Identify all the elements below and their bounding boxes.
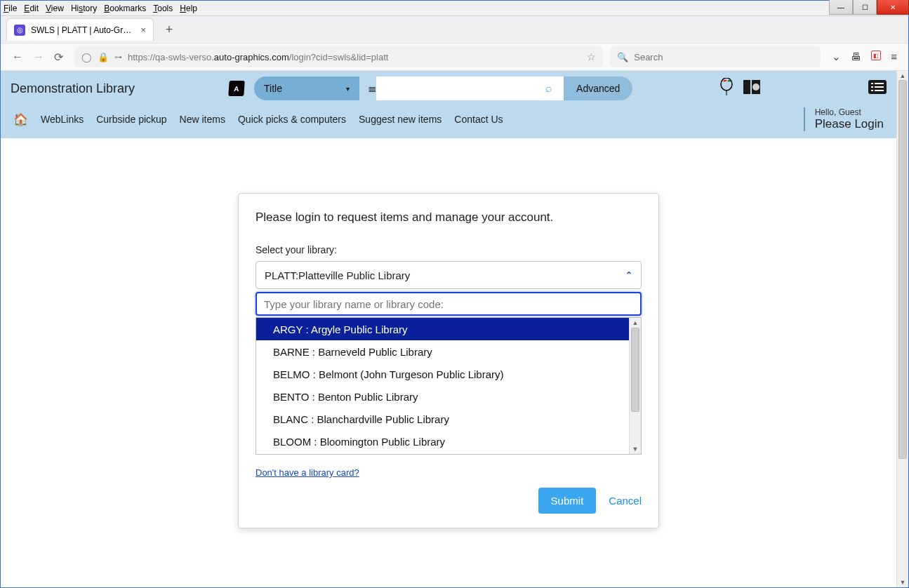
svg-rect-1 [743, 80, 750, 94]
browser-search-box[interactable]: 🔍 Search [610, 46, 821, 67]
page-scrollbar[interactable]: ▲ ▼ [896, 71, 908, 587]
library-option[interactable]: ARGY : Argyle Public Library [256, 318, 629, 340]
nav-quick-picks[interactable]: Quick picks & computers [238, 114, 346, 125]
browser-search-placeholder: Search [634, 52, 663, 62]
back-button[interactable]: ← [12, 51, 23, 64]
cancel-button[interactable]: Cancel [609, 495, 642, 507]
nav-suggest[interactable]: Suggest new items [359, 114, 442, 125]
library-option[interactable]: BLOOM : Bloomington Public Library [256, 430, 629, 453]
library-option[interactable]: BLANC : Blanchardville Public Library [256, 408, 629, 430]
tab-close-icon[interactable]: × [140, 25, 146, 35]
library-nav: 🏠 WebLinks Curbside pickup New items Qui… [11, 100, 887, 137]
library-selected-value: PLATT:Platteville Public Library [265, 269, 410, 281]
nav-weblinks[interactable]: WebLinks [41, 114, 84, 125]
library-select[interactable]: PLATT:Platteville Public Library ⌃ [256, 261, 642, 289]
reload-button[interactable]: ⟳ [54, 51, 63, 64]
login-card: Please login to request items and manage… [238, 193, 659, 528]
library-name: Demonstration Library [11, 81, 219, 96]
tab-strip: ◎ SWLS | PLATT | Auto-Graphics In × + [1, 16, 908, 43]
browser-toolbar: ← → ⟳ ◯ 🔒 ⊶ https://qa-swls-verso.auto-g… [1, 43, 908, 71]
new-tab-button[interactable]: + [159, 20, 179, 39]
os-menubar: File Edit View History Bookmarks Tools H… [1, 1, 908, 16]
nav-new-items[interactable]: New items [180, 114, 225, 125]
no-card-link[interactable]: Don't have a library card? [256, 467, 359, 478]
user-panel: Hello, Guest Please Login [804, 107, 884, 131]
search-icon: 🔍 [617, 52, 628, 62]
database-icon[interactable]: ≣ [364, 76, 376, 100]
maximize-button[interactable]: ☐ [853, 0, 877, 15]
page-scroll-thumb[interactable] [898, 80, 907, 459]
svg-rect-8 [875, 86, 884, 88]
catalog-search-input[interactable] [376, 76, 534, 100]
home-icon[interactable]: 🏠 [13, 112, 28, 127]
forward-button[interactable]: → [33, 51, 44, 64]
menu-history[interactable]: History [71, 4, 97, 13]
advanced-search-button[interactable]: Advanced [564, 76, 632, 100]
menu-help[interactable]: Help [180, 4, 197, 13]
favicon-icon: ◎ [14, 25, 25, 36]
language-icon[interactable]: A [228, 81, 245, 96]
extension-icon[interactable]: ◧ [871, 51, 881, 60]
browser-tab[interactable]: ◎ SWLS | PLATT | Auto-Graphics In × [6, 18, 154, 41]
submit-button[interactable]: Submit [538, 488, 597, 514]
pocket-icon[interactable]: ⌄ [832, 51, 841, 63]
hamburger-menu-icon[interactable]: ≡ [891, 51, 897, 63]
nav-curbside[interactable]: Curbside pickup [96, 114, 166, 125]
please-login-link[interactable]: Please Login [815, 117, 884, 131]
close-window-button[interactable]: ✕ [877, 0, 909, 15]
scroll-up-icon[interactable]: ▲ [630, 318, 641, 328]
svg-rect-6 [875, 83, 884, 84]
window-controls: — ☐ ✕ [829, 0, 909, 15]
svg-point-0 [721, 78, 732, 91]
svg-rect-5 [871, 83, 873, 84]
svg-rect-9 [871, 90, 873, 91]
select-library-label: Select your library: [256, 244, 642, 255]
nav-contact[interactable]: Contact Us [454, 114, 503, 125]
no-card-row: Don't have a library card? [256, 467, 642, 478]
catalog-search-button[interactable]: ⌕ [534, 76, 564, 100]
library-option[interactable]: BARNE : Barneveld Public Library [256, 340, 629, 363]
print-icon[interactable]: 🖶 [851, 51, 861, 63]
url-text: https://qa-swls-verso.auto-graphics.com/… [128, 52, 580, 62]
advanced-label: Advanced [576, 83, 620, 94]
svg-rect-7 [871, 86, 873, 88]
page-scroll-down-icon[interactable]: ▼ [897, 577, 908, 587]
search-type-label: Title [264, 83, 282, 94]
shield-icon[interactable]: ◯ [81, 52, 92, 62]
menu-bookmarks[interactable]: Bookmarks [104, 4, 146, 13]
list-view-icon[interactable] [868, 80, 887, 97]
login-heading: Please login to request items and manage… [256, 211, 642, 225]
menu-edit[interactable]: Edit [24, 4, 39, 13]
magnifier-icon: ⌕ [545, 82, 552, 95]
kids-catalog-icon[interactable] [742, 78, 762, 99]
page-scroll-up-icon[interactable]: ▲ [897, 71, 908, 81]
library-header: Demonstration Library A Title ▾ ≣ ⌕ Adva… [1, 71, 896, 138]
url-bar[interactable]: ◯ 🔒 ⊶ https://qa-swls-verso.auto-graphic… [74, 46, 603, 67]
minimize-button[interactable]: — [829, 0, 853, 15]
chevron-down-icon: ▾ [346, 85, 350, 93]
menu-tools[interactable]: Tools [153, 4, 173, 13]
search-type-dropdown[interactable]: Title ▾ [254, 76, 359, 100]
scroll-down-icon[interactable]: ▼ [630, 444, 641, 454]
svg-point-3 [752, 83, 759, 91]
library-filter-input[interactable] [256, 292, 642, 316]
library-options-list: ARGY : Argyle Public Library BARNE : Bar… [256, 317, 642, 455]
lock-icon[interactable]: 🔒 [98, 52, 109, 62]
balloon-icon[interactable] [719, 78, 734, 99]
scroll-thumb[interactable] [631, 328, 639, 412]
bookmark-star-icon[interactable]: ☆ [587, 51, 596, 62]
options-scrollbar[interactable]: ▲ ▼ [629, 318, 641, 454]
chevron-up-icon: ⌃ [625, 270, 632, 280]
tab-title: SWLS | PLATT | Auto-Graphics In [31, 25, 135, 35]
greeting-text: Hello, Guest [815, 107, 884, 117]
svg-rect-10 [875, 90, 884, 91]
menu-view[interactable]: View [46, 4, 64, 13]
catalog-search: Title ▾ ≣ ⌕ Advanced [254, 76, 632, 100]
menu-file[interactable]: File [4, 4, 17, 13]
page-content: Demonstration Library A Title ▾ ≣ ⌕ Adva… [1, 71, 896, 587]
library-option[interactable]: BELMO : Belmont (John Turgeson Public Li… [256, 363, 629, 385]
permissions-icon[interactable]: ⊶ [114, 53, 121, 62]
library-option[interactable]: BENTO : Benton Public Library [256, 385, 629, 408]
